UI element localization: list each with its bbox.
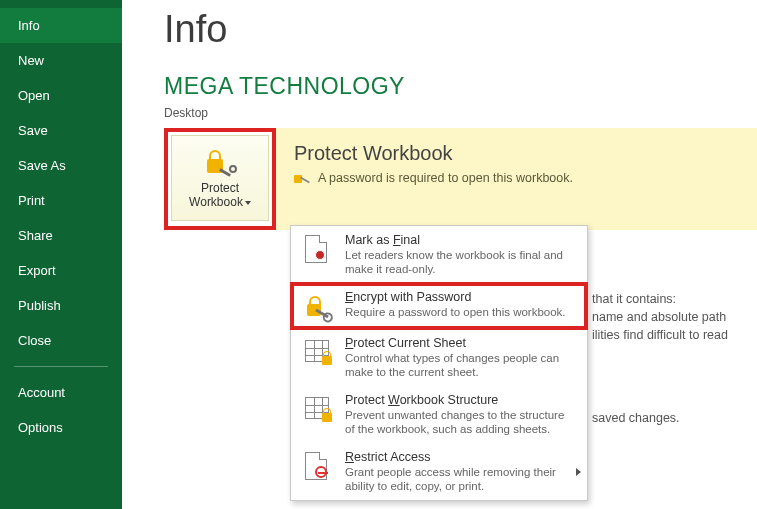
protect-button-label-line1: Protect (201, 181, 239, 195)
lock-key-icon (294, 171, 310, 185)
menu-item-desc: Require a password to open this workbook… (345, 305, 577, 319)
bg-text: saved changes. (592, 411, 680, 425)
menu-item-mark-as-final[interactable]: Mark as Final Let readers know the workb… (291, 226, 587, 283)
menu-item-encrypt-with-password[interactable]: Encrypt with Password Require a password… (291, 283, 587, 329)
menu-item-desc: Let readers know the workbook is final a… (345, 248, 577, 276)
sidebar-item-print[interactable]: Print (0, 183, 122, 218)
menu-item-desc: Grant people access while removing their… (345, 465, 577, 493)
protect-workbook-button[interactable]: Protect Workbook (171, 135, 269, 221)
menu-item-protect-current-sheet[interactable]: Protect Current Sheet Control what types… (291, 329, 587, 386)
page-title: Info (164, 8, 757, 51)
sidebar-item-options[interactable]: Options (0, 410, 122, 445)
sidebar-item-new[interactable]: New (0, 43, 122, 78)
protect-button-label-line2: Workbook (189, 195, 243, 209)
lock-key-icon (203, 147, 237, 177)
bg-text: ilities find difficult to read (592, 328, 728, 342)
bg-text: that it contains: (592, 292, 676, 306)
restrict-access-icon (301, 450, 333, 482)
backstage-sidebar: Info New Open Save Save As Print Share E… (0, 0, 122, 509)
workbook-lock-icon (301, 393, 333, 425)
chevron-down-icon (245, 201, 251, 205)
protect-workbook-panel: Protect Workbook A password is required … (276, 128, 757, 230)
menu-item-protect-workbook-structure[interactable]: Protect Workbook Structure Prevent unwan… (291, 386, 587, 443)
menu-item-desc: Prevent unwanted changes to the structur… (345, 408, 577, 436)
protect-status-text: A password is required to open this work… (318, 171, 573, 185)
document-location: Desktop (164, 106, 757, 120)
bg-text: name and absolute path (592, 310, 726, 324)
lock-key-icon (301, 290, 333, 322)
sidebar-item-publish[interactable]: Publish (0, 288, 122, 323)
sidebar-item-close[interactable]: Close (0, 323, 122, 358)
menu-item-desc: Control what types of changes people can… (345, 351, 577, 379)
sidebar-item-save-as[interactable]: Save As (0, 148, 122, 183)
protect-workbook-menu: Mark as Final Let readers know the workb… (290, 225, 588, 501)
sidebar-item-share[interactable]: Share (0, 218, 122, 253)
document-title: MEGA TECHNOLOGY (164, 73, 757, 100)
sidebar-item-save[interactable]: Save (0, 113, 122, 148)
sheet-lock-icon (301, 336, 333, 368)
sidebar-item-info[interactable]: Info (0, 8, 122, 43)
backstage-main: Info MEGA TECHNOLOGY Desktop Protect Wor… (122, 0, 757, 509)
sidebar-item-account[interactable]: Account (0, 375, 122, 410)
chevron-right-icon (576, 468, 581, 476)
protect-heading: Protect Workbook (294, 142, 739, 165)
sidebar-item-open[interactable]: Open (0, 78, 122, 113)
page-final-icon (301, 233, 333, 265)
menu-item-restrict-access[interactable]: Restrict Access Grant people access whil… (291, 443, 587, 500)
highlight-protect-button: Protect Workbook (164, 128, 276, 230)
sidebar-separator (14, 366, 108, 367)
sidebar-item-export[interactable]: Export (0, 253, 122, 288)
